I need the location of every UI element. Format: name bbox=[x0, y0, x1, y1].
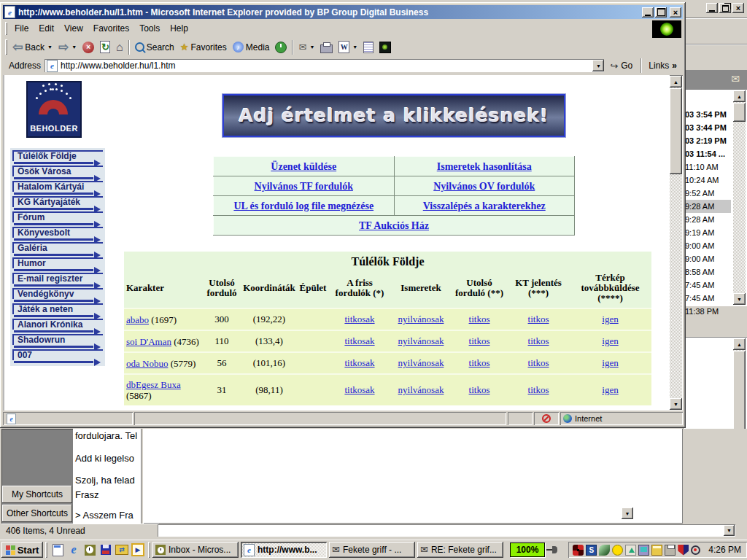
knowledge-link[interactable]: nyilvánosak bbox=[398, 384, 444, 395]
quicklaunch-media-player-icon[interactable]: ▶ bbox=[131, 543, 144, 556]
message-list-scrollbar[interactable]: ▲ ▼ bbox=[733, 90, 746, 305]
message-row[interactable]: 10:24 AM bbox=[683, 174, 731, 187]
outlook-close-button[interactable]: × bbox=[732, 3, 744, 13]
outlook-minimize-button[interactable] bbox=[706, 3, 718, 13]
scroll-up-button[interactable]: ▲ bbox=[733, 338, 746, 350]
menu-item-view[interactable]: View bbox=[59, 22, 88, 35]
character-link[interactable]: ababo bbox=[126, 314, 149, 325]
history-button[interactable] bbox=[272, 40, 290, 55]
sidebar-item-forum[interactable]: Fórum bbox=[12, 211, 103, 227]
sidebar-item-tulelok-foldje[interactable]: Túlélők Földje bbox=[12, 150, 103, 166]
links-bar[interactable]: Links » bbox=[644, 61, 683, 71]
tray-fan-icon[interactable] bbox=[573, 545, 584, 556]
sidebar-item-konyvesbolt[interactable]: Könyvesbolt bbox=[12, 227, 103, 242]
menu-item-file[interactable]: File bbox=[9, 22, 34, 35]
forward-mail-icon[interactable]: ✉ bbox=[731, 73, 740, 85]
quicklaunch-mail-compose-icon[interactable] bbox=[51, 543, 64, 556]
task-button-re-fekete-griff[interactable]: ✉ RE: Fekete grif... bbox=[417, 542, 503, 558]
ie-close-button[interactable]: × bbox=[670, 7, 681, 18]
message-row-selected[interactable]: 9:28 AM bbox=[683, 200, 731, 213]
knowledge-link[interactable]: nyilvánosak bbox=[398, 357, 444, 368]
character-link[interactable]: oda Nobuo bbox=[126, 358, 168, 369]
page-scrollbar[interactable]: ▲ ▼ bbox=[670, 76, 682, 410]
quicklaunch-outlook-icon[interactable] bbox=[83, 543, 96, 556]
mail-button[interactable]: ✉ ▼ bbox=[295, 40, 317, 54]
kt-report-link[interactable]: titkos bbox=[528, 335, 549, 346]
menu-item-help[interactable]: Help bbox=[165, 22, 193, 35]
go-button[interactable]: ↪ Go bbox=[604, 61, 638, 71]
scroll-down-button[interactable]: ▼ bbox=[733, 293, 746, 305]
quicklaunch-floppy-icon[interactable] bbox=[99, 543, 112, 556]
link-nyilvanos-ov-fordulok[interactable]: Nyilvános OV fordulók bbox=[433, 181, 535, 192]
link-uzenet-kuldese[interactable]: Üzenet küldése bbox=[271, 161, 336, 172]
map-forward-link[interactable]: igen bbox=[602, 357, 618, 368]
scroll-up-button[interactable]: ▲ bbox=[733, 90, 746, 102]
taskbar-clock[interactable]: 4:26 PM bbox=[708, 545, 743, 555]
address-url[interactable]: http://www.beholder.hu/l1.htm bbox=[61, 61, 589, 71]
sidebar-item-alanori-kronika[interactable]: Alanori Krónika bbox=[12, 319, 103, 334]
scrollbar-thumb[interactable] bbox=[670, 88, 682, 174]
scrollbar-thumb[interactable] bbox=[733, 103, 746, 122]
last-turn-link[interactable]: titkos bbox=[469, 314, 490, 324]
last-turn-link[interactable]: titkos bbox=[469, 335, 490, 346]
kt-report-link[interactable]: titkos bbox=[528, 384, 549, 395]
message-row[interactable]: 9:00 AM bbox=[683, 252, 731, 265]
link-nyilvanos-tf-fordulok[interactable]: Nyilvános TF fordulók bbox=[255, 181, 353, 192]
discuss-button[interactable] bbox=[360, 40, 376, 55]
kt-report-link[interactable]: titkos bbox=[528, 357, 549, 368]
scrollbar-track[interactable] bbox=[733, 90, 746, 305]
back-button[interactable]: ⇦ Back ▼ bbox=[9, 40, 55, 55]
status-privacy-pane[interactable] bbox=[534, 412, 559, 425]
toolbar-grip[interactable] bbox=[5, 39, 7, 55]
toolbar-grip[interactable] bbox=[5, 22, 7, 35]
message-row[interactable]: 03 3:44 PM bbox=[683, 121, 731, 134]
knowledge-link[interactable]: nyilvánosak bbox=[398, 314, 444, 324]
scroll-up-button[interactable]: ▲ bbox=[670, 76, 682, 88]
character-link[interactable]: dbEgesz Buxa bbox=[126, 379, 181, 390]
home-button[interactable]: ⌂ bbox=[113, 41, 126, 54]
edit-button[interactable]: W ▼ bbox=[336, 39, 360, 55]
last-turn-link[interactable]: titkos bbox=[469, 357, 490, 368]
scroll-down-button[interactable]: ▼ bbox=[670, 398, 682, 410]
message-row[interactable]: 11:10 AM bbox=[683, 160, 731, 174]
scroll-down-button[interactable]: ▼ bbox=[622, 508, 633, 519]
link-tf-aukcios-haz[interactable]: TF Aukciós Ház bbox=[359, 220, 429, 231]
sidebar-item-humor[interactable]: Humor bbox=[12, 257, 103, 273]
sidebar-item-007[interactable]: 007 bbox=[12, 349, 103, 365]
forward-button[interactable]: ⇨ ▼ bbox=[55, 40, 80, 55]
other-shortcuts-button[interactable]: Other Shortcuts bbox=[2, 505, 72, 522]
link-ul-log-file[interactable]: UL és forduló log file megnézése bbox=[233, 201, 374, 211]
fresh-turns-link[interactable]: titkosak bbox=[344, 314, 374, 324]
character-link[interactable]: soi D'Aman bbox=[126, 336, 171, 347]
last-turn-link[interactable]: titkos bbox=[469, 384, 490, 395]
sidebar-item-vendegkonyv[interactable]: Vendégkönyv bbox=[12, 288, 103, 303]
map-forward-link[interactable]: igen bbox=[602, 384, 618, 395]
message-row[interactable]: 8:58 AM bbox=[683, 265, 731, 279]
ie-minimize-button[interactable] bbox=[642, 7, 654, 18]
kt-report-link[interactable]: titkos bbox=[528, 314, 549, 324]
message-row[interactable]: 03 11:54 ... bbox=[683, 147, 731, 160]
tray-blue-app-icon[interactable]: S bbox=[586, 545, 597, 556]
task-button-fekete-griff[interactable]: ✉ Fekete griff - ... bbox=[329, 542, 415, 558]
address-dropdown-button[interactable]: ▼ bbox=[592, 60, 604, 71]
message-row[interactable]: 7:45 AM bbox=[683, 292, 731, 305]
refresh-button[interactable]: ↻ bbox=[97, 39, 113, 55]
dropdown-button[interactable]: ▼ bbox=[724, 525, 735, 536]
message-row[interactable]: 9:00 AM bbox=[683, 239, 731, 252]
beholder-logo[interactable]: BEHOLDER bbox=[26, 81, 82, 138]
tray-green-ribbon-icon[interactable] bbox=[599, 545, 610, 556]
message-row[interactable]: 7:45 AM bbox=[683, 279, 731, 292]
sidebar-item-osok-varosa[interactable]: Ősök Városa bbox=[12, 166, 103, 181]
my-shortcuts-button[interactable]: My Shortcuts bbox=[2, 486, 72, 503]
message-row[interactable]: 9:52 AM bbox=[683, 187, 731, 200]
ie-title-bar[interactable]: e http://www.beholder.hu/l1.htm - Micros… bbox=[3, 5, 683, 19]
favorites-button[interactable]: ★ Favorites bbox=[177, 40, 230, 54]
map-forward-link[interactable]: igen bbox=[602, 314, 618, 324]
message-row[interactable]: 03 2:19 PM bbox=[683, 134, 731, 147]
sidebar-item-shadowrun[interactable]: Shadowrun bbox=[12, 334, 103, 349]
sidebar-item-hatalom-kartyai[interactable]: Hatalom Kártyái bbox=[12, 181, 103, 196]
quicklaunch-folder-sync-icon[interactable]: ⇄ bbox=[115, 543, 128, 556]
link-visszalepes[interactable]: Visszalépés a karakterekhez bbox=[423, 201, 546, 211]
tray-printer-icon[interactable] bbox=[665, 545, 676, 556]
tray-display-icon[interactable] bbox=[638, 545, 649, 556]
